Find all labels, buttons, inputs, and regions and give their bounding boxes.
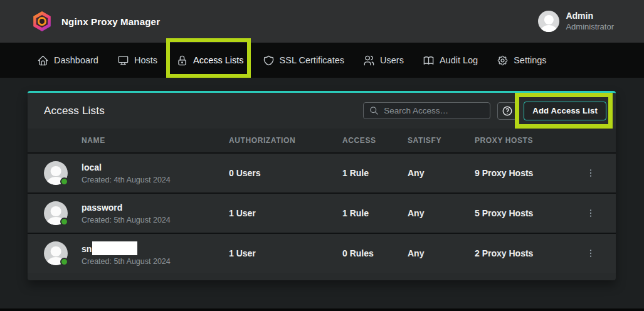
redaction-box xyxy=(92,241,137,255)
user-role: Administrator xyxy=(566,22,614,32)
home-icon xyxy=(37,55,49,66)
nav-item-audit-log[interactable]: Audit Log xyxy=(413,43,487,78)
nav-label: Dashboard xyxy=(54,55,98,65)
nav-item-settings[interactable]: Settings xyxy=(487,43,556,78)
main-nav: Dashboard Hosts Access Lists SSL Certifi… xyxy=(0,43,644,78)
row-menu-button[interactable] xyxy=(581,163,601,183)
proxy-hosts-cell: 5 Proxy Hosts xyxy=(475,208,581,218)
nav-item-access-lists[interactable]: Access Lists xyxy=(167,43,253,78)
access-list-name: local xyxy=(82,162,229,173)
search-input[interactable] xyxy=(384,106,484,115)
user-menu[interactable]: Admin Administrator xyxy=(538,11,614,32)
status-dot xyxy=(60,177,68,186)
status-dot xyxy=(60,258,68,266)
app-title: Nginx Proxy Manager xyxy=(61,16,160,27)
access-cell: 0 Rules xyxy=(342,248,408,258)
kebab-menu-icon xyxy=(586,248,596,258)
authorization-cell: 1 User xyxy=(229,248,342,258)
lock-icon xyxy=(176,55,188,66)
access-cell: 1 Rule xyxy=(342,208,408,218)
access-lists-panel: Access Lists Add Access List NAME AUTHOR… xyxy=(28,91,616,280)
table-header: NAME AUTHORIZATION ACCESS SATISFY PROXY … xyxy=(28,129,616,152)
kebab-menu-icon xyxy=(586,208,596,218)
satisfy-cell: Any xyxy=(408,208,475,218)
col-satisfy: SATISFY xyxy=(408,136,475,145)
app-logo-icon xyxy=(33,11,51,31)
app-header: Nginx Proxy Manager Admin Administrator xyxy=(0,0,644,43)
help-button[interactable] xyxy=(497,102,517,120)
col-proxy-hosts: PROXY HOSTS xyxy=(475,136,581,145)
nav-label: Hosts xyxy=(134,55,157,65)
table-row[interactable]: local Created: 4th August 2024 0 Users 1… xyxy=(28,152,616,192)
avatar xyxy=(44,241,68,265)
satisfy-cell: Any xyxy=(408,168,475,178)
table-row[interactable]: sn Created: 5th August 2024 1 User 0 Rul… xyxy=(28,233,616,273)
nav-label: Settings xyxy=(514,55,546,65)
gear-icon xyxy=(497,55,509,66)
bottom-edge-strip xyxy=(0,308,644,311)
shield-icon xyxy=(263,55,275,66)
status-dot xyxy=(60,218,68,226)
nav-label: Users xyxy=(380,55,404,65)
proxy-hosts-cell: 9 Proxy Hosts xyxy=(475,168,581,178)
app-brand[interactable]: Nginx Proxy Manager xyxy=(33,11,160,31)
nav-label: SSL Certificates xyxy=(280,55,344,65)
book-icon xyxy=(423,55,435,66)
access-cell: 1 Rule xyxy=(342,168,408,178)
created-date: Created: 5th August 2024 xyxy=(82,257,229,266)
add-access-list-button[interactable]: Add Access List xyxy=(524,102,606,120)
col-access: ACCESS xyxy=(342,136,408,145)
help-icon xyxy=(502,105,513,117)
user-avatar xyxy=(538,11,559,32)
nav-item-dashboard[interactable]: Dashboard xyxy=(28,43,108,78)
users-icon xyxy=(363,55,375,66)
authorization-cell: 0 Users xyxy=(229,168,342,178)
search-box xyxy=(363,102,490,119)
nav-item-users[interactable]: Users xyxy=(354,43,413,78)
nav-label: Access Lists xyxy=(193,55,244,65)
nav-label: Audit Log xyxy=(440,55,478,65)
avatar xyxy=(44,201,68,225)
avatar xyxy=(44,161,68,185)
col-authorization: AUTHORIZATION xyxy=(229,136,342,145)
access-list-name: password xyxy=(82,202,229,213)
authorization-cell: 1 User xyxy=(229,208,342,218)
row-menu-button[interactable] xyxy=(581,203,601,223)
row-menu-button[interactable] xyxy=(581,243,601,263)
page-title: Access Lists xyxy=(44,105,105,117)
satisfy-cell: Any xyxy=(408,248,475,258)
col-name: NAME xyxy=(82,136,229,145)
created-date: Created: 4th August 2024 xyxy=(82,176,229,184)
table-row[interactable]: password Created: 5th August 2024 1 User… xyxy=(28,192,616,233)
user-name: Admin xyxy=(566,11,614,22)
proxy-hosts-cell: 2 Proxy Hosts xyxy=(475,248,581,258)
kebab-menu-icon xyxy=(586,168,596,178)
monitor-icon xyxy=(117,55,129,66)
panel-header: Access Lists Add Access List xyxy=(28,93,616,129)
access-list-name: sn xyxy=(82,244,92,254)
nav-item-hosts[interactable]: Hosts xyxy=(108,43,167,78)
created-date: Created: 5th August 2024 xyxy=(82,216,229,224)
search-icon xyxy=(369,106,379,115)
nav-item-ssl-certificates[interactable]: SSL Certificates xyxy=(253,43,354,78)
